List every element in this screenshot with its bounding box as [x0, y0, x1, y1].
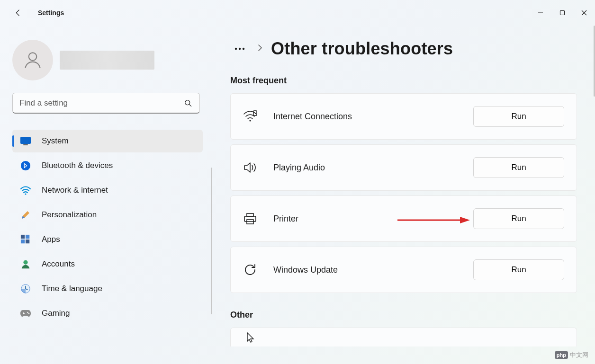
arrow-left-icon [14, 9, 22, 17]
maximize-button[interactable] [551, 3, 573, 22]
cursor-icon [243, 330, 257, 345]
svg-point-15 [27, 312, 28, 313]
close-button[interactable] [573, 3, 595, 22]
sidebar-item-bluetooth[interactable]: Bluetooth & devices [12, 154, 203, 177]
sidebar-item-time[interactable]: Time & language [12, 277, 203, 300]
apps-icon [20, 234, 31, 245]
sidebar-item-label: Personalization [42, 210, 97, 220]
sidebar-item-label: Time & language [42, 284, 102, 293]
run-button-audio[interactable]: Run [473, 157, 564, 178]
sidebar-item-label: Apps [42, 235, 60, 244]
minimize-button[interactable] [530, 3, 551, 22]
svg-line-4 [189, 104, 191, 106]
time-icon [20, 283, 31, 294]
watermark: php 中文网 [555, 351, 588, 359]
svg-point-17 [235, 48, 237, 50]
svg-point-19 [243, 48, 244, 50]
minimize-icon [538, 10, 543, 16]
run-button-windowsupdate[interactable]: Run [473, 259, 564, 280]
user-icon [22, 50, 43, 71]
svg-rect-6 [23, 144, 28, 145]
sidebar-item-accounts[interactable]: Accounts [12, 253, 203, 275]
troubleshooter-label: Internet Connections [273, 112, 473, 122]
printer-icon [243, 212, 257, 226]
run-button-printer[interactable]: Run [473, 208, 564, 229]
back-button[interactable] [10, 5, 26, 20]
troubleshooter-label: Windows Update [273, 265, 473, 275]
gaming-icon [20, 308, 31, 319]
user-name-placeholder [60, 51, 154, 70]
sidebar: System Bluetooth & devices Network & int… [0, 26, 212, 364]
svg-rect-23 [244, 216, 256, 222]
svg-point-2 [29, 53, 37, 61]
internet-icon [243, 109, 257, 124]
title-bar: Settings [0, 0, 595, 26]
sidebar-item-system[interactable]: System [12, 130, 203, 152]
svg-rect-10 [26, 235, 29, 239]
troubleshooter-row-other-partial [230, 328, 577, 346]
audio-icon [243, 160, 257, 175]
svg-rect-5 [20, 137, 31, 144]
window-controls [530, 3, 595, 22]
watermark-brand: php [555, 351, 568, 359]
svg-rect-1 [560, 11, 565, 15]
search-icon [183, 98, 193, 108]
section-header-most-frequent: Most frequent [230, 76, 576, 86]
avatar [12, 40, 53, 80]
maximize-icon [559, 10, 565, 16]
close-icon [581, 10, 587, 16]
svg-point-18 [239, 48, 241, 50]
sidebar-item-network[interactable]: Network & internet [12, 179, 203, 202]
svg-point-13 [23, 260, 27, 265]
svg-point-20 [249, 120, 251, 121]
search-input[interactable] [19, 98, 183, 108]
search-box[interactable] [12, 93, 200, 114]
page-title: Other troubleshooters [271, 39, 453, 59]
sidebar-item-label: Accounts [42, 259, 75, 269]
breadcrumb-more-button[interactable] [230, 47, 249, 50]
run-button-internet[interactable]: Run [473, 106, 564, 127]
sidebar-item-label: Bluetooth & devices [42, 161, 113, 170]
troubleshooter-label: Printer [273, 214, 473, 224]
chevron-right-icon [258, 44, 262, 54]
section-header-other: Other [230, 310, 576, 320]
title-bar-left: Settings [10, 5, 64, 20]
svg-rect-12 [26, 240, 29, 243]
breadcrumb: Other troubleshooters [230, 39, 576, 59]
more-icon [234, 47, 245, 50]
bluetooth-icon [20, 160, 31, 171]
system-icon [20, 135, 31, 147]
troubleshooter-row-windowsupdate: Windows Update Run [230, 247, 577, 293]
user-block[interactable] [12, 40, 209, 80]
troubleshooter-row-internet: Internet Connections Run [230, 93, 577, 140]
sidebar-item-apps[interactable]: Apps [12, 228, 203, 251]
main-content: Other troubleshooters Most frequent Inte… [212, 26, 595, 364]
svg-rect-11 [21, 240, 25, 243]
sidebar-item-label: Network & internet [42, 186, 108, 195]
svg-point-8 [25, 193, 26, 195]
sidebar-item-label: System [42, 136, 69, 146]
troubleshooter-label: Playing Audio [273, 163, 473, 173]
personalization-icon [20, 209, 31, 221]
svg-point-16 [28, 313, 29, 314]
sidebar-item-personalization[interactable]: Personalization [12, 204, 203, 226]
sidebar-item-gaming[interactable]: Gaming [12, 302, 203, 325]
accounts-icon [20, 258, 31, 270]
svg-point-7 [21, 161, 30, 170]
troubleshooter-row-printer: Printer Run [230, 195, 577, 242]
wifi-icon [20, 185, 31, 196]
nav: System Bluetooth & devices Network & int… [12, 130, 203, 325]
troubleshooter-row-audio: Playing Audio Run [230, 144, 577, 191]
watermark-text: 中文网 [570, 351, 588, 359]
sidebar-item-label: Gaming [42, 309, 70, 318]
app-title: Settings [38, 9, 64, 17]
svg-rect-9 [21, 235, 25, 239]
svg-rect-22 [247, 213, 253, 216]
update-icon [243, 263, 257, 277]
